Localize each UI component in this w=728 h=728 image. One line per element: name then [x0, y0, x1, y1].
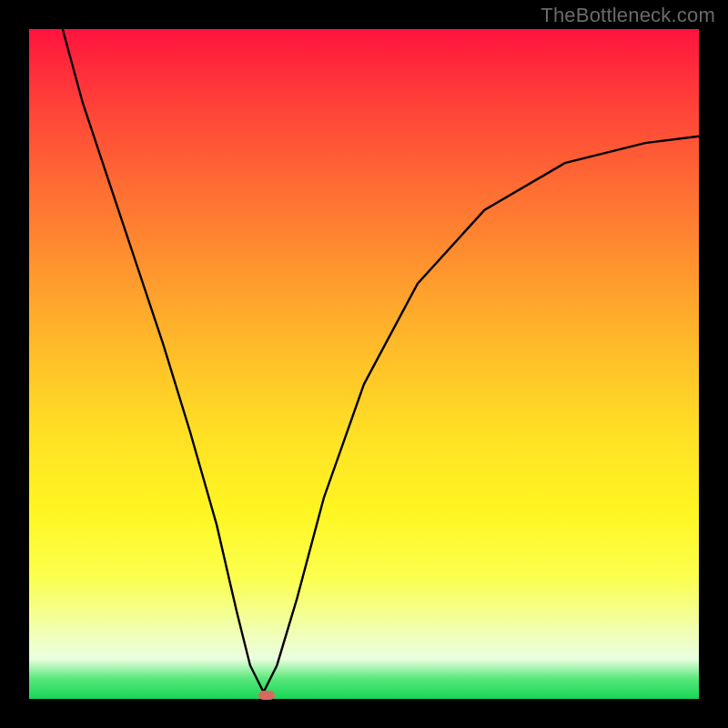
bottleneck-curve-path: [63, 29, 699, 693]
chart-frame: TheBottleneck.com: [0, 0, 728, 728]
curve-svg: [29, 29, 699, 699]
watermark-text: TheBottleneck.com: [541, 4, 715, 27]
minimum-marker: [258, 691, 275, 700]
plot-area: [29, 29, 699, 699]
